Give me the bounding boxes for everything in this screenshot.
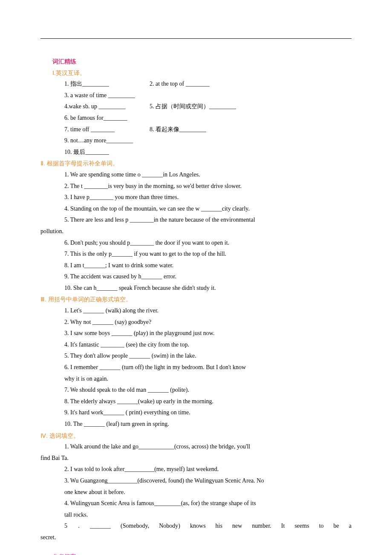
s4-q5a: 5．_______ (Somebody, Nobody) knows his n… — [40, 520, 352, 532]
s3-q4: 4. It's fantastic ________ (see) the cit… — [40, 339, 352, 351]
s1-q8: 8. 看起来像_________ — [150, 124, 260, 136]
s4-q1a: 1. Walk around the lake and go__________… — [40, 441, 352, 453]
s1-row2: 4.wake sb. up _________ 5. 占据（时间或空间）____… — [40, 101, 352, 124]
s3-q2: 2. Why not _______ (say) goodbye? — [40, 317, 352, 328]
s3-q6a: 6. I remember _______ (turn off) the lig… — [40, 362, 352, 373]
s2-q2: 2. The t ________is very busy in the mor… — [40, 181, 352, 192]
s3-q7: 7. We should speak to the old man ______… — [40, 384, 352, 396]
s4-q4a: 4. Wulingyuan Scenic Area is famous_____… — [40, 498, 352, 509]
section-1-heading: Ⅰ.英汉互译。 — [40, 67, 352, 79]
top-rule — [40, 38, 352, 39]
s2-q10: 10. She can h_______ speak French becaus… — [40, 283, 352, 294]
s4-q5b: secret. — [40, 532, 352, 543]
s1-q2: 2. at the top of ________ — [150, 78, 260, 90]
section-4-heading: Ⅳ. 选词填空。 — [40, 430, 352, 442]
s1-q10: 10. 最后________ — [40, 147, 352, 158]
s2-q4: 4. Standing on the top of the mountain, … — [40, 203, 352, 215]
s1-q3: 3. a waste of time _________ — [64, 90, 158, 101]
s4-q4b: tall rocks. — [40, 509, 352, 521]
s2-q8: 8. I am t_______; I want to drink some w… — [40, 260, 352, 272]
main-title: 词汇精练 — [40, 56, 352, 67]
s2-q3: 3. I have p________ you more than three … — [40, 192, 352, 203]
s1-q4: 4.wake sb. up _________ — [64, 101, 150, 113]
s4-q1b: find Bai Ta. — [40, 453, 352, 464]
s2-q7: 7. This is the only p_______ if you want… — [40, 249, 352, 260]
s4-q3b: one knew about it before. — [40, 487, 352, 498]
section-3-heading: Ⅲ. 用括号中单词的正确形式填空。 — [40, 294, 352, 305]
s3-q10: 10. The _______ (leaf) turn green in spr… — [40, 419, 352, 430]
page: 词汇精练 Ⅰ.英汉互译。 1. 指出_________ 2. at the to… — [0, 0, 392, 555]
answers-title: 参考答案 — [40, 551, 352, 555]
s1-row3: 7. time off ________ 8. 看起来像_________ 9.… — [40, 124, 352, 147]
s4-q3a: 3. Wu Guangzong__________(discovered, fo… — [40, 475, 352, 487]
s2-q9: 9. The accident was caused by h_______ e… — [40, 271, 352, 283]
s1-q7: 7. time off ________ — [64, 124, 150, 136]
s1-q9: 9. not…any more_________ — [64, 135, 158, 147]
s2-q5a: 5. There are less and less p ________in … — [40, 214, 352, 226]
s3-q6b: why it is on again. — [40, 373, 352, 385]
s1-q1: 1. 指出_________ — [64, 78, 150, 90]
section-2-heading: Ⅱ. 根据首字母提示补全单词。 — [40, 158, 352, 169]
s1-row1: 1. 指出_________ 2. at the top of ________… — [40, 78, 352, 101]
s2-q5b: pollution. — [40, 226, 352, 237]
spacer — [40, 543, 352, 551]
s2-q6: 6. Don't push; you should p________ the … — [40, 237, 352, 249]
s1-q6: 6. be famous for________ — [64, 113, 158, 124]
s3-q8: 8. The elderly always _______(wake) up e… — [40, 396, 352, 408]
s3-q3: 3. I saw some boys _______ (play) in the… — [40, 328, 352, 339]
s1-q5: 5. 占据（时间或空间）_________ — [150, 101, 260, 113]
s3-q1: 1. Let's _______ (walk) along the river. — [40, 305, 352, 317]
s3-q5: 5. They don't allow people _______ (swim… — [40, 350, 352, 362]
s3-q9: 9. It's hard work_______ ( print) everyt… — [40, 407, 352, 419]
s2-q1: 1. We are spending some time o _______in… — [40, 169, 352, 181]
s4-q2: 2. I was told to look after__________(me… — [40, 464, 352, 475]
